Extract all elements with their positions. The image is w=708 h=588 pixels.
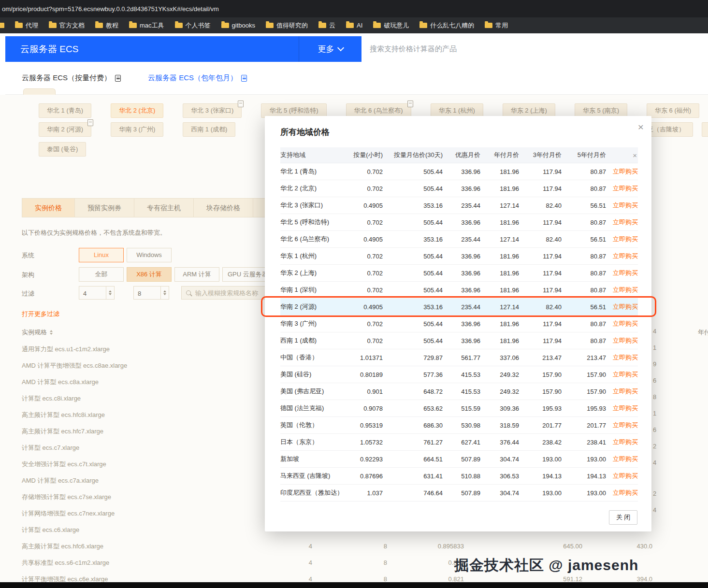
bookmark-item[interactable]: mac工具 — [129, 21, 164, 30]
buy-now-link[interactable]: 立即购买 — [613, 371, 638, 378]
price-tab[interactable]: 块存储价格 — [193, 198, 253, 217]
bookmark-item[interactable]: gitbooks — [221, 22, 255, 29]
url-text: om/price/product?spm=5176.ecsnewbuy.0.0.… — [2, 5, 219, 13]
price-tab[interactable]: 专有宿主机 — [134, 198, 194, 217]
instance-spec-item[interactable]: 计算型 ecs.c8i.xlarge — [22, 390, 127, 407]
arch-option[interactable]: 全部 — [79, 267, 124, 282]
spec-list-header-label: 实例规格 — [22, 328, 47, 337]
buy-now-link[interactable]: 立即购买 — [613, 218, 638, 226]
instance-spec-item[interactable]: AMD 计算型 ecs.c7a.xlarge — [22, 473, 127, 489]
system-option[interactable]: Linux — [79, 248, 124, 262]
price-value: 577.36 — [383, 366, 443, 383]
close-button[interactable]: 关 闭 — [609, 510, 637, 525]
region-button[interactable]: 华北 2 (北京) — [111, 103, 163, 118]
buy-now-link[interactable]: 立即购买 — [613, 455, 638, 462]
buy-now-link[interactable]: 立即购买 — [613, 489, 638, 496]
folder-icon — [15, 23, 23, 28]
buy-now-link[interactable]: 立即购买 — [613, 269, 638, 276]
column-header: × — [606, 147, 638, 163]
close-icon[interactable]: × — [638, 122, 644, 132]
buy-now-link[interactable]: 立即购买 — [613, 320, 638, 327]
bookmark-item[interactable]: 什么乱七八糟的 — [419, 21, 474, 30]
bookmark-item[interactable]: 值得研究的 — [266, 21, 308, 30]
instance-spec-item[interactable]: AMD 计算平衡增强型 ecs.c8ae.xlarge — [22, 358, 127, 374]
region-button[interactable]: 泰国 (曼谷) — [39, 142, 86, 157]
buy-now-link[interactable]: 立即购买 — [613, 235, 638, 243]
bookmark-item[interactable]: 教程 — [95, 21, 118, 30]
region-name: 马来西亚 (吉隆坡) — [280, 468, 345, 485]
price-tab[interactable]: 预留实例券 — [74, 198, 134, 217]
price-table-row: 美国 (硅谷)0.80189577.36415.53249.32157.9015… — [280, 366, 638, 383]
instance-spec-item[interactable]: 高主频计算型 ecs.hfc6.xlarge — [22, 538, 127, 555]
price-table-row: 华东 1 (杭州)0.702505.44336.96181.96117.9480… — [280, 248, 638, 265]
folder-icon — [346, 23, 354, 28]
browser-url-bar[interactable]: om/price/product?spm=5176.ecsnewbuy.0.0.… — [0, 0, 708, 17]
buy-now-link[interactable]: 立即购买 — [613, 201, 638, 209]
instance-spec-item[interactable]: 高主频计算型 ecs.hfc7.xlarge — [22, 423, 127, 440]
background-digit-partial: 8 — [653, 393, 656, 401]
product-search-input[interactable]: 搜索支持价格计算器的产品 — [361, 36, 708, 62]
more-menu[interactable]: 更多 — [299, 36, 361, 62]
region-button[interactable]: 印度尼西亚（雅加达） — [702, 122, 708, 137]
bookmark-item[interactable]: 个人书签 — [175, 21, 211, 30]
instance-spec-item[interactable]: AMD 计算型 ecs.c8a.xlarge — [22, 374, 127, 390]
region-button[interactable]: 华东 6 (福州) — [647, 103, 699, 118]
tab-subscription[interactable]: 云服务器 ECS（包年包月） — [148, 73, 247, 83]
buy-now-link[interactable]: 立即购买 — [613, 168, 638, 175]
price-value: 195.93 — [562, 400, 606, 417]
memory-stepper[interactable] — [133, 286, 169, 300]
buy-now-link[interactable]: 立即购买 — [613, 472, 638, 479]
instance-spec-item[interactable]: 通用算力型 ecs.u1-c1m2.xlarge — [22, 341, 127, 358]
bookmark-item[interactable]: 常用 — [485, 21, 508, 30]
instance-spec-item[interactable]: 存储增强计算型 ecs.c7se.xlarge — [22, 489, 127, 505]
vcpu-stepper[interactable] — [79, 286, 115, 300]
bookmark-label: 个人书签 — [186, 21, 211, 30]
buy-now-link[interactable]: 立即购买 — [613, 337, 638, 344]
price-value: 353.16 — [383, 197, 443, 214]
price-value: 0.702 — [345, 214, 383, 231]
buy-now-link[interactable]: 立即购买 — [613, 286, 638, 293]
calculator-badge-icon — [407, 100, 413, 107]
instance-spec-item[interactable]: 共享标准型 ecs.s6-c1m2.xlarge — [22, 555, 127, 571]
buy-now-link[interactable]: 立即购买 — [613, 421, 638, 429]
instance-spec-item[interactable]: 高主频计算型 ecs.hfc8i.xlarge — [22, 407, 127, 423]
stepper-up-icon[interactable] — [161, 287, 169, 293]
region-button[interactable]: 华北 1 (青岛) — [39, 103, 91, 118]
price-tab[interactable]: 实例价格 — [22, 198, 75, 217]
more-label: 更多 — [318, 43, 334, 55]
spec-list-header[interactable]: 实例规格 — [22, 328, 53, 337]
buy-now-link[interactable]: 立即购买 — [613, 387, 638, 395]
bookmark-item[interactable]: 代理 — [15, 21, 38, 30]
buy-cell: 立即购买 — [606, 214, 638, 231]
arch-option[interactable]: X86 计算 — [127, 267, 172, 282]
more-filter-link[interactable]: 打开更多过滤 — [22, 310, 59, 318]
stepper-up-icon[interactable] — [106, 287, 114, 293]
buy-now-link[interactable]: 立即购买 — [613, 404, 638, 412]
price-table-row: 华北 1 (青岛)0.702505.44336.96181.96117.9480… — [280, 163, 638, 180]
stepper-down-icon[interactable] — [106, 293, 114, 299]
tab-pay-as-you-go[interactable]: 云服务器 ECS（按量付费） — [22, 73, 121, 83]
buy-now-link[interactable]: 立即购买 — [613, 252, 638, 259]
buy-now-link[interactable]: 立即购买 — [613, 354, 638, 361]
buy-now-link[interactable]: 立即购买 — [613, 303, 638, 310]
instance-spec-item[interactable]: 计算型 ecs.c6.xlarge — [22, 522, 127, 538]
stepper-down-icon[interactable] — [161, 293, 169, 299]
instance-spec-item[interactable]: 安全增强计算型 ecs.c7t.xlarge — [22, 456, 127, 473]
buy-now-link[interactable]: 立即购买 — [613, 185, 638, 192]
bookmark-item[interactable]: 破玩意儿 — [373, 21, 409, 30]
bookmark-item[interactable]: AI — [346, 22, 362, 29]
price-value: 181.96 — [480, 180, 519, 197]
price-value: 0.4905 — [345, 299, 383, 316]
buy-now-link[interactable]: 立即购买 — [613, 438, 638, 445]
price-value: 304.74 — [480, 485, 519, 502]
region-button[interactable]: 华北 3 (张家口) — [183, 103, 242, 118]
arch-option[interactable]: ARM 计算 — [174, 267, 219, 282]
instance-spec-item[interactable]: 计算型 ecs.c7.xlarge — [22, 440, 127, 456]
instance-spec-item[interactable]: 计算网络增强型 ecs.c7nex.xlarge — [22, 505, 127, 522]
calculator-badge-icon — [238, 100, 244, 107]
bookmark-item[interactable]: 云 — [318, 21, 335, 30]
bookmark-item[interactable]: 官方文档 — [49, 21, 85, 30]
close-icon[interactable]: × — [633, 151, 638, 159]
background-digit-partial: 2 — [653, 443, 656, 450]
system-option[interactable]: Windows — [127, 248, 172, 262]
